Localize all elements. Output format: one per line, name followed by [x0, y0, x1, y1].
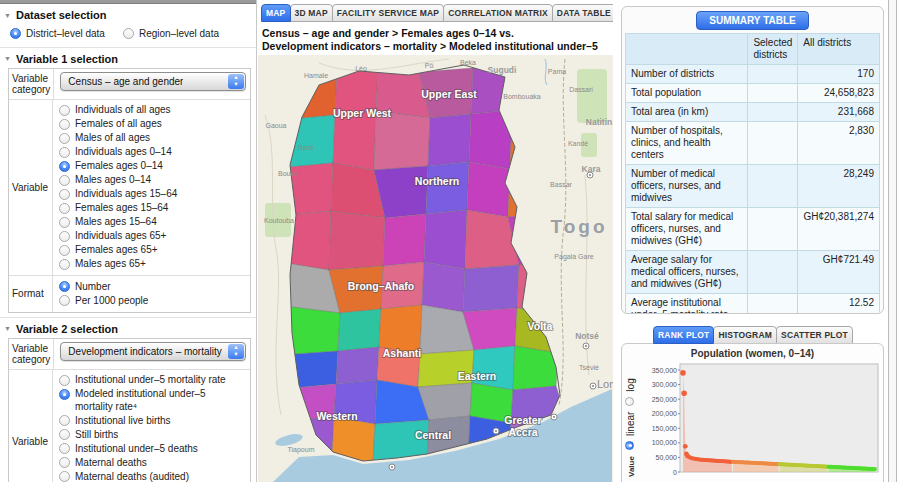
variable1-option-males-ages-0-14[interactable]: Males ages 0–14 — [59, 174, 246, 187]
district-shape[interactable] — [463, 265, 519, 312]
region-label: Upper East — [421, 88, 477, 100]
vertical-scrollbar[interactable] — [888, 0, 897, 482]
variable2-option-maternal-deaths[interactable]: Maternal deaths — [59, 457, 246, 470]
radio-icon — [59, 429, 70, 440]
city-marker-icon — [551, 414, 557, 420]
map-tabbar: MAP3D MAPFACILITY SERVICE MAPCORRELATION… — [258, 0, 613, 22]
all-districts-value: GH¢20,381,274 — [798, 208, 880, 251]
tab-map[interactable]: MAP — [261, 4, 291, 22]
district-shape[interactable] — [424, 210, 467, 269]
map-place-label: Dassari — [569, 86, 593, 93]
variable1-option-individuals-ages-65[interactable]: Individuals ages 65+ — [59, 230, 246, 243]
selected-districts-value — [748, 208, 798, 251]
variable1-option-individuals-ages-0-14[interactable]: Individuals ages 0–14 — [59, 146, 246, 159]
variable1-option-females-of-all-ages[interactable]: Females of all ages — [59, 118, 246, 131]
variable1-option-females-ages-0-14[interactable]: Females ages 0–14 — [59, 160, 246, 173]
selected-districts-value — [748, 294, 798, 315]
tab-facility-service-map[interactable]: FACILITY SERVICE MAP — [332, 4, 444, 22]
table-row: Average salary for medical officers, nur… — [626, 251, 880, 294]
variable1-format-option-per-1000-people[interactable]: Per 1000 people — [59, 295, 246, 308]
variable1-option-males-of-all-ages[interactable]: Males of all ages — [59, 132, 246, 145]
variable2-option-institutional-under-5-deaths[interactable]: Institutional under–5 deaths — [59, 443, 246, 456]
section-header-variable1[interactable]: ▼ Variable 1 selection — [0, 47, 256, 68]
variable2-option-still-births[interactable]: Still births — [59, 429, 246, 442]
ghana-choropleth-map[interactable]: LéoPôBekaSugudiPamaHamaleGaouaBatiéBouko… — [258, 55, 613, 482]
map-place-label: Bouko — [278, 170, 298, 177]
rank-plot-canvas[interactable]: 050,000100,000150,000200,000250,000300,0… — [630, 360, 882, 482]
district-shape[interactable] — [336, 347, 379, 384]
radio-icon — [59, 189, 70, 200]
district-shape[interactable] — [472, 346, 515, 390]
variable1-format-option-number[interactable]: Number — [59, 281, 246, 294]
radio-icon — [59, 175, 70, 186]
variable1-option-individuals-ages-15-64[interactable]: Individuals ages 15–64 — [59, 188, 246, 201]
map-place-label: Hamale — [304, 72, 328, 79]
variable1-option-males-ages-15-64[interactable]: Males ages 15–64 — [59, 216, 246, 229]
district-shape[interactable] — [426, 162, 469, 214]
variable2-option-maternal-deaths-audited[interactable]: Maternal deaths (audited) — [59, 471, 246, 482]
region-label: Central — [415, 429, 451, 441]
map-panel: MAP3D MAPFACILITY SERVICE MAPCORRELATION… — [258, 0, 613, 482]
variable1-box: Variable category Census – age and gende… — [8, 68, 251, 313]
scale-option-log[interactable]: log — [625, 378, 638, 405]
all-districts-header: All districts — [798, 34, 880, 65]
variable1-option-individuals-of-all-ages[interactable]: Individuals of all ages — [59, 104, 246, 117]
radio-icon — [59, 217, 70, 228]
option-label: Still births — [75, 429, 118, 442]
dataset-option-region-level-data[interactable]: Region–level data — [123, 28, 219, 41]
row-label: Average salary for medical officers, nur… — [626, 251, 748, 294]
all-districts-value: 2,830 — [798, 122, 880, 165]
district-shape[interactable] — [383, 214, 426, 266]
map-place-label: Kandé — [568, 140, 588, 147]
variable1-option-males-ages-65[interactable]: Males ages 65+ — [59, 258, 246, 271]
option-label: Modeled institutional under–5 mortality … — [75, 388, 246, 413]
district-shape[interactable] — [428, 114, 471, 166]
section-title: Variable 1 selection — [16, 53, 118, 65]
dataset-option-district-level-data[interactable]: District–level data — [10, 28, 105, 41]
all-districts-value: 12.52 — [798, 294, 880, 315]
section-header-dataset-selection[interactable]: ▼ Dataset selection — [0, 4, 256, 24]
variable1-option-females-ages-15-64[interactable]: Females ages 15–64 — [59, 202, 246, 215]
radio-icon — [59, 231, 70, 242]
district-shape[interactable] — [333, 111, 376, 170]
tab-3d-map[interactable]: 3D MAP — [290, 4, 333, 22]
section-title: Dataset selection — [16, 9, 106, 21]
scale-option-linear[interactable]: linear — [625, 412, 638, 450]
tab-rank-plot[interactable]: RANK PLOT — [653, 326, 714, 344]
tab-correlation-matrix[interactable]: CORRELATION MATRIX — [443, 4, 553, 22]
radio-icon — [59, 443, 70, 454]
summary-table-button[interactable]: SUMMARY TABLE — [696, 11, 808, 30]
variable1-option-females-ages-65[interactable]: Females ages 65+ — [59, 244, 246, 257]
district-shape[interactable] — [329, 211, 385, 270]
variable2-category-select[interactable]: Development indicators – mortality ▲▼ — [60, 342, 246, 361]
variable2-option-modeled-institutional-under-5-mortality-[interactable]: Modeled institutional under–5 mortality … — [59, 388, 246, 413]
option-label: Maternal deaths — [75, 457, 147, 470]
section-header-variable2[interactable]: ▼ Variable 2 selection — [0, 317, 256, 338]
option-label: linear — [625, 412, 638, 436]
variable2-variable-label: Variable — [9, 370, 53, 482]
selected-category-value: Development indicators – mortality — [68, 346, 221, 357]
variable2-option-institutional-under-5-mortality-rate[interactable]: Institutional under–5 mortality rate — [59, 374, 246, 387]
radio-icon — [59, 457, 70, 468]
tab-scatter-plot[interactable]: SCATTER PLOT — [776, 326, 853, 344]
map-canvas[interactable]: LéoPôBekaSugudiPamaHamaleGaouaBatiéBouko… — [258, 55, 613, 482]
district-shape[interactable] — [338, 309, 381, 351]
rank-dot[interactable] — [681, 391, 687, 397]
rank-dot[interactable] — [680, 370, 686, 376]
tab-histogram[interactable]: HISTOGRAM — [713, 326, 777, 344]
variable2-option-institutional-live-births[interactable]: Institutional live births — [59, 415, 246, 428]
rank-dot[interactable] — [873, 467, 877, 471]
option-label: Individuals ages 65+ — [75, 230, 166, 243]
district-shape[interactable] — [374, 111, 430, 170]
region-label: Ashanti — [383, 347, 422, 359]
y-tick-label: 0 — [673, 469, 677, 476]
tab-data-table[interactable]: DATA TABLE — [552, 4, 613, 22]
option-label: Number — [75, 281, 111, 294]
district-shape[interactable] — [422, 262, 465, 312]
variable1-category-select[interactable]: Census – age and gender ▲▼ — [60, 72, 246, 91]
rank-dot[interactable] — [683, 444, 688, 449]
district-shape[interactable] — [467, 162, 510, 217]
region-label: Eastern — [458, 370, 497, 382]
all-districts-value: GH¢721.49 — [798, 251, 880, 294]
radio-icon — [59, 105, 70, 116]
